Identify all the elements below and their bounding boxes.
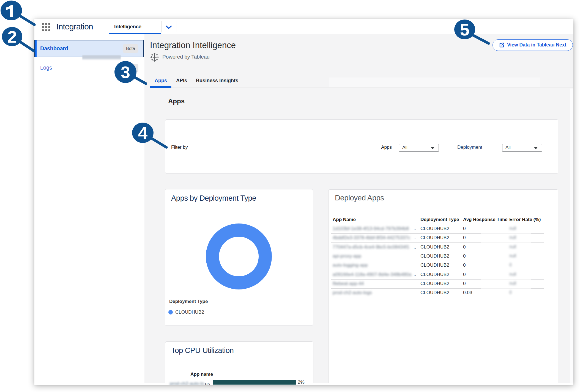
svg-text:2: 2 bbox=[7, 27, 17, 46]
svg-text:3: 3 bbox=[121, 63, 130, 82]
svg-text:4: 4 bbox=[138, 123, 148, 142]
svg-text:5: 5 bbox=[460, 20, 469, 39]
